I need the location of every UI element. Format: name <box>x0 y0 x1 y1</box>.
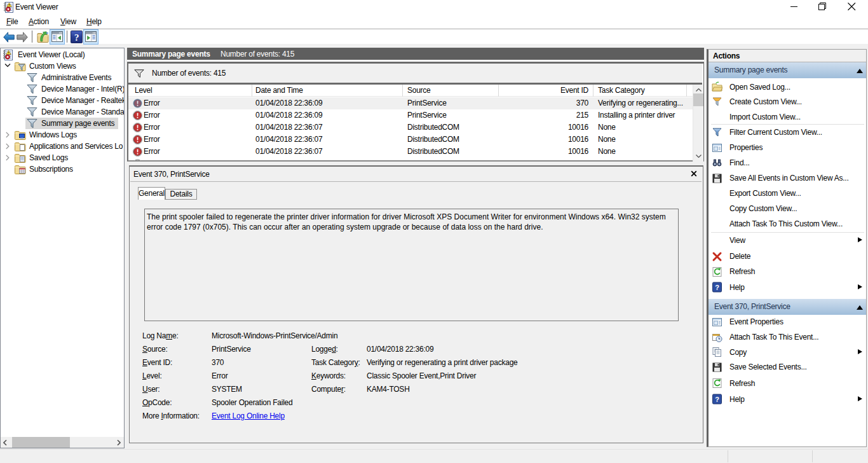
svg-text:?: ? <box>74 32 79 43</box>
svg-text:?: ? <box>715 284 719 291</box>
svg-text:?: ? <box>715 396 719 403</box>
